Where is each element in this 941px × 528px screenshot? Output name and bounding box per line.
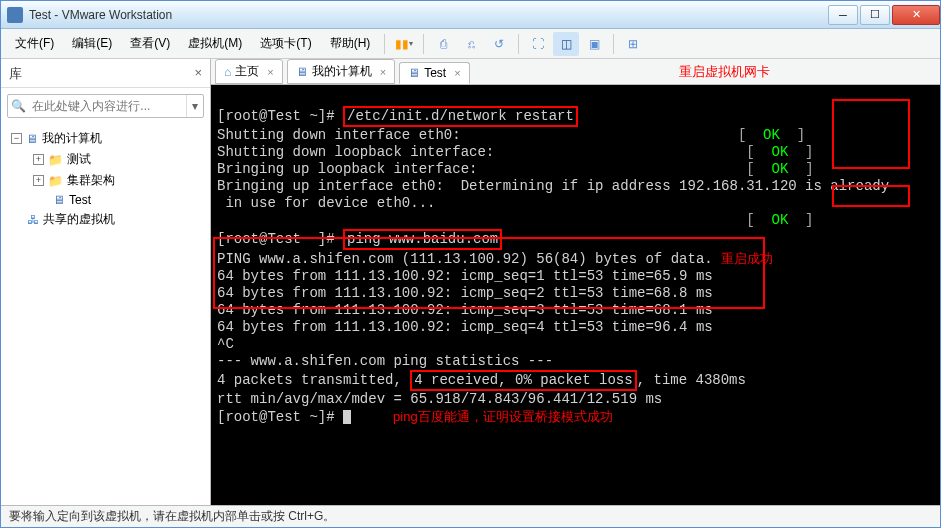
- sidebar: 库 × 🔍 ▾ − 🖥 我的计算机 + 📁 测试 + 📁 集群架构: [1, 59, 211, 505]
- tree-node-test-folder[interactable]: + 📁 测试: [5, 149, 206, 170]
- tab-close-icon[interactable]: ×: [454, 67, 460, 79]
- menu-bar: 文件(F) 编辑(E) 查看(V) 虚拟机(M) 选项卡(T) 帮助(H) ▮▮…: [1, 29, 940, 59]
- tab-test[interactable]: 🖥 Test ×: [399, 62, 469, 84]
- tab-close-icon[interactable]: ×: [380, 66, 386, 78]
- snapshot-manager-button[interactable]: ⎌: [458, 32, 484, 56]
- fit-button[interactable]: ⛶: [525, 32, 551, 56]
- menu-edit[interactable]: 编辑(E): [64, 31, 120, 56]
- search-icon: 🔍: [8, 95, 28, 117]
- unity-button[interactable]: ▣: [581, 32, 607, 56]
- unity-icon: ▣: [589, 37, 600, 51]
- output-line: rtt min/avg/max/mdev = 65.918/74.843/96.…: [217, 391, 662, 407]
- menu-tabs[interactable]: 选项卡(T): [252, 31, 319, 56]
- ctrl-c: ^C: [217, 336, 234, 352]
- thumbnail-button[interactable]: ⊞: [620, 32, 646, 56]
- tree-node-cluster[interactable]: + 📁 集群架构: [5, 170, 206, 191]
- tab-mypc[interactable]: 🖥 我的计算机 ×: [287, 59, 395, 84]
- content-area: ⌂ 主页 × 🖥 我的计算机 × 🖥 Test × 重启虚拟机网卡 [root@…: [211, 59, 940, 505]
- ok-text: OK: [772, 144, 789, 160]
- library-tree: − 🖥 我的计算机 + 📁 测试 + 📁 集群架构 🖥 Test 🖧 共享的虚拟…: [1, 124, 210, 505]
- prompt: [root@Test ~]#: [217, 409, 343, 425]
- ok-text: OK: [763, 127, 780, 143]
- tree-label: 集群架构: [67, 172, 115, 189]
- vm-icon: 🖥: [53, 193, 65, 207]
- search-dropdown-icon[interactable]: ▾: [186, 95, 203, 117]
- tree-label: 测试: [67, 151, 91, 168]
- cmd-network-restart: /etc/init.d/network restart: [343, 106, 578, 127]
- tab-home[interactable]: ⌂ 主页 ×: [215, 59, 283, 84]
- search-box: 🔍 ▾: [7, 94, 204, 118]
- tree-label: 我的计算机: [42, 130, 102, 147]
- output-line: Shutting down interface eth0:: [217, 127, 461, 143]
- tree-node-shared[interactable]: 🖧 共享的虚拟机: [5, 209, 206, 230]
- tab-label: Test: [424, 66, 446, 80]
- tab-bar: ⌂ 主页 × 🖥 我的计算机 × 🖥 Test × 重启虚拟机网卡: [211, 59, 940, 85]
- ok-text: OK: [772, 161, 789, 177]
- title-bar: Test - VMware Workstation ─ ☐ ✕: [1, 1, 940, 29]
- redbox-ok-last: [832, 185, 910, 207]
- snapshot-button[interactable]: ⎙: [430, 32, 456, 56]
- sidebar-header: 库 ×: [1, 59, 210, 88]
- minimize-button[interactable]: ─: [828, 5, 858, 25]
- packet-loss: 4 received, 0% packet loss: [410, 370, 636, 391]
- sidebar-title: 库: [9, 65, 22, 83]
- revert-icon: ↺: [494, 37, 504, 51]
- folder-icon: 📁: [48, 174, 63, 188]
- output-line: Bringing up loopback interface:: [217, 161, 477, 177]
- close-button[interactable]: ✕: [892, 5, 940, 25]
- status-text: 要将输入定向到该虚拟机，请在虚拟机内部单击或按 Ctrl+G。: [9, 508, 335, 525]
- menu-file[interactable]: 文件(F): [7, 31, 62, 56]
- fit-icon: ⛶: [532, 37, 544, 51]
- tab-close-icon[interactable]: ×: [267, 66, 273, 78]
- redbox-ping-lines: [213, 237, 765, 309]
- tree-label: Test: [69, 193, 91, 207]
- menu-help[interactable]: 帮助(H): [322, 31, 379, 56]
- terminal-cursor: [343, 410, 351, 424]
- vm-icon: 🖥: [408, 66, 420, 80]
- menu-vm[interactable]: 虚拟机(M): [180, 31, 250, 56]
- output-line: , time 4380ms: [637, 372, 746, 388]
- thumbnail-icon: ⊞: [628, 37, 638, 51]
- monitor-icon: 🖥: [26, 132, 38, 146]
- pause-icon: ▮▮: [395, 37, 409, 51]
- terminal[interactable]: [root@Test ~]# /etc/init.d/network resta…: [211, 85, 940, 505]
- status-bar: 要将输入定向到该虚拟机，请在虚拟机内部单击或按 Ctrl+G。: [1, 505, 940, 527]
- ping-line: 64 bytes from 111.13.100.92: icmp_seq=4 …: [217, 319, 713, 335]
- maximize-button[interactable]: ☐: [860, 5, 890, 25]
- expand-icon[interactable]: +: [33, 154, 44, 165]
- folder-icon: 📁: [48, 153, 63, 167]
- pause-button[interactable]: ▮▮▾: [391, 32, 417, 56]
- tab-label: 主页: [235, 63, 259, 80]
- output-line: --- www.a.shifen.com ping statistics ---: [217, 353, 553, 369]
- output-line: in use for device eth0...: [217, 195, 435, 211]
- redbox-ok-column: [832, 99, 910, 169]
- revert-button[interactable]: ↺: [486, 32, 512, 56]
- tab-label: 我的计算机: [312, 63, 372, 80]
- collapse-icon[interactable]: −: [11, 133, 22, 144]
- tree-node-test-vm[interactable]: 🖥 Test: [5, 191, 206, 209]
- window-title: Test - VMware Workstation: [29, 8, 826, 22]
- app-icon: [7, 7, 23, 23]
- home-icon: ⌂: [224, 65, 231, 79]
- fullscreen-button[interactable]: ◫: [553, 32, 579, 56]
- sidebar-close-icon[interactable]: ×: [194, 65, 202, 83]
- tree-label: 共享的虚拟机: [43, 211, 115, 228]
- snapshot-manager-icon: ⎌: [468, 37, 475, 51]
- output-line: 4 packets transmitted,: [217, 372, 410, 388]
- tree-root-mypc[interactable]: − 🖥 我的计算机: [5, 128, 206, 149]
- annotation-ping-success: ping百度能通，证明设置桥接模式成功: [393, 409, 613, 424]
- camera-icon: ⎙: [440, 37, 447, 51]
- annotation-restart: 重启虚拟机网卡: [679, 63, 770, 81]
- expand-icon[interactable]: +: [33, 175, 44, 186]
- ok-text: OK: [772, 212, 789, 228]
- shared-icon: 🖧: [27, 213, 39, 227]
- output-line: Bringing up interface eth0: Determining …: [217, 178, 889, 194]
- search-input[interactable]: [28, 95, 186, 117]
- prompt: [root@Test ~]#: [217, 108, 343, 124]
- monitor-icon: 🖥: [296, 65, 308, 79]
- menu-view[interactable]: 查看(V): [122, 31, 178, 56]
- fullscreen-icon: ◫: [561, 37, 572, 51]
- output-line: Shutting down loopback interface:: [217, 144, 494, 160]
